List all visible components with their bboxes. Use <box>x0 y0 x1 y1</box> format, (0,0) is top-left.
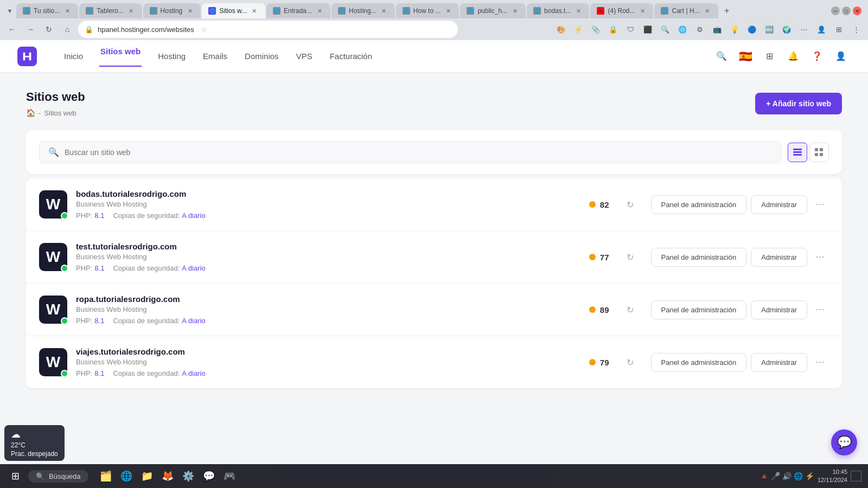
taskbar-icon-5[interactable]: ⚡ <box>805 472 814 480</box>
ext-icon-6[interactable]: ⬛ <box>640 22 655 37</box>
nav-item-hosting[interactable]: Hosting <box>157 52 187 61</box>
grid-view-button[interactable] <box>809 143 829 162</box>
more-options-4[interactable]: ··· <box>812 354 829 371</box>
tab-6[interactable]: 🌐 Hosting... ✕ <box>331 3 395 18</box>
backup-value-3[interactable]: A diario <box>182 317 205 325</box>
refresh-icon-1[interactable]: ↻ <box>627 200 634 210</box>
taskbar-icon-3[interactable]: 🔊 <box>782 472 792 480</box>
nav-item-inicio[interactable]: Inicio <box>63 52 84 61</box>
add-site-button[interactable]: + Añadir sitio web <box>755 93 842 114</box>
language-flag[interactable]: 🇪🇸 <box>736 47 755 66</box>
php-version-4[interactable]: 8.1 <box>94 369 104 377</box>
search-nav-btn[interactable]: 🔍 <box>712 47 731 66</box>
ext-icon-14[interactable]: 🌍 <box>779 22 794 37</box>
ext-icon-9[interactable]: ⚙ <box>692 22 707 37</box>
notifications-icon[interactable]: 🔔 <box>783 47 803 66</box>
ext-icon-11[interactable]: 💡 <box>727 22 742 37</box>
nav-item-facturacion[interactable]: Facturación <box>329 52 373 61</box>
taskbar-app-settings[interactable]: ⚙️ <box>180 467 197 485</box>
window-maximize[interactable]: □ <box>842 7 851 15</box>
breadcrumb-home-icon[interactable]: 🏠 <box>26 108 35 117</box>
php-version-1[interactable]: 8.1 <box>94 211 104 220</box>
star-icon[interactable]: ☆ <box>201 25 207 34</box>
search-input-wrapper[interactable]: 🔍 <box>39 141 781 163</box>
home-button[interactable]: ⌂ <box>60 22 75 37</box>
back-button[interactable]: ← <box>4 22 20 37</box>
address-bar[interactable]: 🔒 hpanel.hostinger.com/websites ☆ <box>78 21 458 38</box>
backup-value-1[interactable]: A diario <box>182 211 205 220</box>
help-icon[interactable]: ❓ <box>807 47 827 66</box>
php-version-3[interactable]: 8.1 <box>94 317 104 325</box>
tab-11[interactable]: 🌐 Cart | H... ✕ <box>654 3 718 18</box>
tab-5[interactable]: 🌐 Entrada... ✕ <box>266 3 330 18</box>
manage-button-3[interactable]: Administrar <box>751 300 807 319</box>
taskbar-search[interactable]: 🔍 Búsqueda <box>28 470 88 483</box>
tab-3[interactable]: 🌐 Hosting ✕ <box>143 3 201 18</box>
tab-9[interactable]: 🌐 bodas.t... ✕ <box>527 3 589 18</box>
nav-item-emails[interactable]: Emails <box>202 52 228 61</box>
list-view-button[interactable] <box>788 143 807 162</box>
tab-close-6[interactable]: ✕ <box>380 7 388 15</box>
tab-7[interactable]: 🌐 How to ... ✕ <box>396 3 459 18</box>
backup-value-2[interactable]: A diario <box>182 264 205 272</box>
nav-item-vps[interactable]: VPS <box>295 52 314 61</box>
manage-button-4[interactable]: Administrar <box>751 353 807 372</box>
more-extensions[interactable]: ⋯ <box>796 22 812 37</box>
tab-close-3[interactable]: ✕ <box>186 7 194 15</box>
search-input[interactable] <box>65 148 772 157</box>
refresh-icon-4[interactable]: ↻ <box>627 357 634 368</box>
more-options-1[interactable]: ··· <box>812 196 829 213</box>
backup-value-4[interactable]: A diario <box>182 369 205 377</box>
tab-4[interactable]: 🌐 Sitios w... ✕ <box>202 3 265 18</box>
ext-icon-4[interactable]: 🔒 <box>605 22 621 37</box>
ext-icon-3[interactable]: 📎 <box>588 22 603 37</box>
manage-button-2[interactable]: Administrar <box>751 248 807 267</box>
admin-panel-button-1[interactable]: Panel de administración <box>651 195 747 214</box>
taskbar-icon-4[interactable]: 🌐 <box>794 472 803 480</box>
more-options-2[interactable]: ··· <box>812 248 829 266</box>
ext-icon-12[interactable]: 🔵 <box>744 22 760 37</box>
show-desktop-btn[interactable] <box>851 471 861 481</box>
ext-icon-13[interactable]: 🔤 <box>762 22 777 37</box>
ext-icon-7[interactable]: 🔍 <box>658 22 673 37</box>
taskbar-app-chrome[interactable]: 🌐 <box>118 467 135 485</box>
nav-item-sitios-web[interactable]: Sitios web <box>99 47 142 67</box>
taskbar-app-explorer[interactable]: 📁 <box>138 467 156 485</box>
tab-2[interactable]: 🌐 Tablero... ✕ <box>79 3 142 18</box>
profile-btn[interactable]: 👤 <box>814 22 829 37</box>
ext-icon-8[interactable]: 🌐 <box>675 22 690 37</box>
ext-icon-5[interactable]: 🛡 <box>623 22 638 37</box>
admin-panel-button-2[interactable]: Panel de administración <box>651 248 747 267</box>
refresh-button[interactable]: ↻ <box>41 22 56 37</box>
tab-close-9[interactable]: ✕ <box>574 7 583 15</box>
taskbar-icon-2[interactable]: 🎤 <box>771 472 780 480</box>
tab-close-1[interactable]: ✕ <box>63 7 72 15</box>
forward-button[interactable]: → <box>23 22 38 37</box>
ext-icon-2[interactable]: ⚡ <box>571 22 586 37</box>
user-profile-icon[interactable]: 👤 <box>831 47 851 66</box>
taskbar-app-files[interactable]: 🗂️ <box>97 467 114 485</box>
ext-icon-1[interactable]: 🎨 <box>553 22 569 37</box>
taskbar-app-game[interactable]: 🎮 <box>221 467 238 485</box>
nav-item-dominios[interactable]: Dominios <box>244 52 280 61</box>
window-close[interactable]: ✕ <box>853 7 861 15</box>
taskbar-time[interactable]: 10:45 12/11/2024 <box>818 468 847 485</box>
taskbar-app-firefox[interactable]: 🦊 <box>159 467 176 485</box>
chat-widget[interactable]: 💬 <box>831 429 857 455</box>
refresh-icon-3[interactable]: ↻ <box>627 305 634 315</box>
tab-dropdown-btn[interactable]: ▾ <box>4 3 15 18</box>
browser-menu[interactable]: ⋮ <box>848 22 864 37</box>
windows-start-button[interactable]: ⊞ <box>7 467 24 485</box>
php-version-2[interactable]: 8.1 <box>94 264 104 272</box>
tab-8[interactable]: 🌐 public_h... ✕ <box>460 3 526 18</box>
sidebar-btn[interactable]: ⊞ <box>831 22 846 37</box>
tab-close-11[interactable]: ✕ <box>703 7 712 15</box>
dashboard-icon[interactable]: ⊞ <box>760 47 779 66</box>
tab-1[interactable]: 🌐 Tu sitio... ✕ <box>16 3 78 18</box>
tab-close-7[interactable]: ✕ <box>444 7 452 15</box>
hostinger-logo[interactable] <box>17 47 37 66</box>
tab-close-10[interactable]: ✕ <box>638 7 647 15</box>
tab-close-2[interactable]: ✕ <box>127 7 136 15</box>
taskbar-app-messenger[interactable]: 💬 <box>200 467 218 485</box>
window-minimize[interactable]: ─ <box>831 7 840 15</box>
